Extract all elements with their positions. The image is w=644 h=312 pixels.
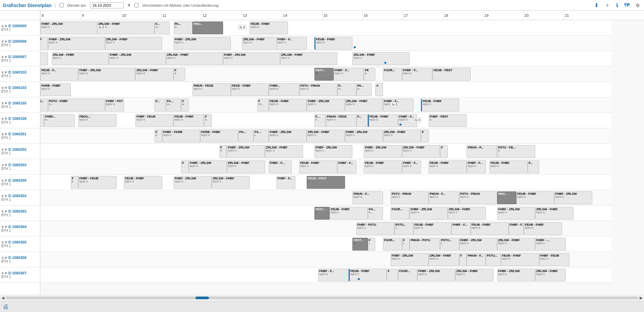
svc-block-r7-b3[interactable]: FH... — [238, 130, 253, 142]
svc-block-r6-b4[interactable]: FEUB - FHBFN|SV 0 — [174, 114, 204, 127]
svc-block-r9-b8[interactable]: FEUB - FHBFN|SV 0 — [429, 161, 467, 173]
close-icon-9[interactable]: ✕ — [4, 163, 7, 167]
svc-block-r5-b11[interactable]: FEUB - FHBFN|SV 0 — [421, 99, 459, 112]
info-button[interactable]: ℹ — [615, 1, 619, 9]
expand-icon-5[interactable]: ∨ — [1, 101, 4, 105]
svc-block-r8-b1[interactable]: FHBF - ZRLSWN|SV 0 — [227, 145, 265, 158]
close-icon-2[interactable]: ✕ — [4, 55, 7, 59]
close-icon-1[interactable]: ✕ — [4, 40, 7, 43]
svc-block-r0-b2[interactable]: F...N... — [155, 21, 170, 34]
svc-block-r5-b4[interactable]: FA...In... — [166, 99, 181, 112]
svc-block-r11-b1[interactable]: PSTU - PMUNN|SV 0 — [391, 191, 429, 204]
close-icon-14[interactable]: ✕ — [4, 240, 7, 244]
svc-block-r6-b1[interactable]: FHBF...N... — [44, 114, 75, 127]
svc-block-r7-b8[interactable]: ZRLSW - FHBFN|SV 0 — [383, 130, 421, 142]
svc-block-r1-b2[interactable]: ZRLSW - FHBFN|SV 0 — [105, 37, 162, 50]
svc-block-r10-b6[interactable]: FEUB - FBSTA — [307, 176, 345, 189]
svc-block-r14-b5[interactable]: PSTU...L — [440, 238, 459, 251]
svc-block-r4-b6[interactable]: PA...N... — [356, 83, 372, 96]
svc-block-r9-b9[interactable]: FHBF - F...N|SV 0 — [467, 161, 486, 173]
svc-block-r15-b3[interactable]: PMUN - F... — [467, 253, 486, 266]
svc-block-r14-b1[interactable]: FL — [368, 238, 376, 251]
svc-block-r11-b3[interactable]: PSTU - PMUNN|SV 0 — [459, 191, 497, 204]
svc-block-r16-b5[interactable]: ZRLSW - FHBFN|SV 0 — [455, 269, 493, 281]
gantt-area[interactable]: FHBF - ZRLSWN|SV 0ZRLSW - FHBFN|SV 0F...… — [40, 20, 644, 295]
verschieben-checkbox[interactable] — [134, 3, 139, 7]
expand-icon-3[interactable]: ∨ — [1, 71, 4, 74]
svc-block-r9-b5[interactable]: FHBF - F... — [337, 161, 356, 173]
svc-block-r4-b2[interactable]: FEGE - FHBFN|SV 0 — [231, 83, 269, 96]
close-icon-12[interactable]: ✕ — [4, 210, 7, 213]
svc-block-r7-b1[interactable]: FHBF - FKRBN|SV 0 — [162, 130, 200, 142]
expand-icon-1[interactable]: ∨ — [1, 40, 4, 43]
svc-block-r7-b0[interactable]: FE — [155, 130, 162, 142]
download-button[interactable]: ⬇ — [593, 1, 600, 9]
svc-block-r12-b4[interactable]: FHBF - ZRLSWN|SV 0 — [410, 207, 447, 220]
svc-block-r7-b6[interactable]: ZRLSW - FHBFN|SV 0 — [307, 130, 345, 142]
svc-block-r5-b3[interactable]: F... — [155, 99, 166, 112]
date-dropdown-icon[interactable]: ▼ — [127, 3, 131, 8]
svc-block-r11-b0[interactable]: PMUN - F...N|SV 0 — [352, 191, 383, 204]
svc-block-r8-b7[interactable]: PMUN - P... — [467, 145, 497, 158]
svc-block-r1-b6[interactable]: FEUB - FHBFN|SV 0 — [314, 37, 352, 50]
expand-icon-7[interactable]: ∨ — [1, 132, 4, 136]
svc-block-r3-b5[interactable]: FHBF - F...N|SV 0 — [334, 68, 364, 81]
svc-block-r13-b1[interactable]: PSTU...C — [394, 222, 414, 235]
svc-block-r3-b2[interactable]: ZRLSW - FHBFN|SV 0 — [135, 68, 173, 81]
svc-block-r6-b3[interactable]: FHBF - FEUBN|SV 0 — [135, 114, 173, 127]
svc-block-r5-b8[interactable]: FHBF - ZRLSWN|SV 0 — [307, 99, 345, 112]
svc-block-r14-b6[interactable]: FHBF - ZRLSWN|SV 0 — [459, 238, 497, 251]
svc-block-r5-b9[interactable]: ZRLSW - FHBFN|SV 0 — [345, 99, 383, 112]
expand-icon-13[interactable]: ∨ — [1, 225, 4, 229]
close-icon-13[interactable]: ✕ — [4, 225, 7, 229]
svc-block-r11-b4[interactable]: PMU...L — [497, 191, 516, 204]
svc-block-r5-b7[interactable]: FEUB - FHBFN|SV 0 — [269, 99, 307, 112]
svc-block-r16-b1[interactable]: FEUB - FHBFN|SV 0 — [349, 269, 387, 281]
close-icon-4[interactable]: ✕ — [4, 86, 7, 90]
svc-block-r0-b1[interactable]: ZRLSW - FHBFN|SV 0 — [97, 21, 155, 34]
svc-block-r16-b3[interactable]: FSOR... — [398, 269, 417, 281]
svc-block-r15-b1[interactable]: ZRLSW - FHBFN|SV 0 — [429, 253, 459, 266]
expand-icon-14[interactable]: ∨ — [1, 240, 4, 244]
svc-block-r9-b7[interactable]: FHBF - F...N|SV 0 — [402, 161, 421, 173]
svc-block-r2-b1[interactable]: ZRLSW - FHBFN|SV 0 — [52, 52, 109, 65]
svc-block-r2-b0[interactable]: SW — [40, 52, 48, 65]
close-icon-16[interactable]: ✕ — [4, 271, 7, 275]
svc-block-r13-b2[interactable]: FEUB - FHBFN|SV 0 — [414, 222, 452, 235]
svc-block-r7-b5[interactable]: FHBF - ZRLSWN|SV 0 — [269, 130, 307, 142]
svc-block-r6-b11[interactable]: FHBF - FBSTA — [429, 114, 467, 127]
dienste-checkbox[interactable] — [59, 3, 64, 7]
svc-block-r8-b5[interactable]: ZRLSW - FHBFN|SV 0 — [402, 145, 440, 158]
expand-icon-2[interactable]: ∨ — [1, 55, 4, 59]
svc-block-r10-b5[interactable]: FHBF - F... — [276, 176, 296, 189]
svc-block-r1-b4[interactable]: ZRLSW - FHBFN|SV 0 — [242, 37, 280, 50]
svc-block-r10-b3[interactable]: FHBF - ZRLSWN|SV 0 — [174, 176, 212, 189]
svc-block-r16-b6[interactable]: FHBF - ZRLSWN|SV 0 — [497, 269, 535, 281]
svc-block-r6-b5[interactable]: FA — [204, 114, 212, 127]
svc-block-r7-b7[interactable]: FHBF - ZRLSWN|SV 0 — [345, 130, 383, 142]
svc-block-r11-b2[interactable]: PMUN - F...N|SV 0 — [429, 191, 459, 204]
svc-block-r13-b0[interactable]: FHBF - PSTUN|SV 0 — [356, 222, 394, 235]
svc-block-r9-b0[interactable]: F — [181, 161, 189, 173]
svc-block-r15-b2[interactable]: F — [459, 253, 467, 266]
svc-block-r16-b2[interactable]: F — [387, 269, 398, 281]
svc-block-r10-b2[interactable]: FEUB - FHBFN|SV 0 — [124, 176, 162, 189]
close-icon-10[interactable]: ✕ — [4, 179, 7, 182]
settings-button[interactable]: ⚙ — [634, 2, 641, 9]
close-icon-11[interactable]: ✕ — [4, 194, 7, 198]
svc-block-r1-b0[interactable]: FHBF — [40, 37, 48, 50]
svc-block-r12-b0[interactable]: FBST...E — [314, 207, 330, 220]
add-button[interactable]: ＋ — [603, 1, 611, 9]
expand-icon-16[interactable]: ∨ — [1, 271, 4, 275]
svc-block-r14-b3[interactable]: FL — [402, 238, 410, 251]
svc-block-r5-b6[interactable]: FFK... — [257, 99, 269, 112]
svc-block-r7-b4[interactable]: FS...L — [254, 130, 269, 142]
svc-block-r3-b4[interactable]: FBST...W — [314, 68, 334, 81]
expand-icon-10[interactable]: ∨ — [1, 179, 4, 182]
expand-icon-6[interactable]: ∨ — [1, 117, 4, 121]
svc-block-r10-b0[interactable]: FE — [71, 176, 79, 189]
svc-block-r8-b2[interactable]: ZRLSW - FHBFN|SV 0 — [265, 145, 303, 158]
svc-block-r8-b4[interactable]: FHBF - ZRLSWN|SV 0 — [364, 145, 402, 158]
svc-block-r9-b2[interactable]: ZRLSW - FHBFN|SV 0 — [227, 161, 265, 173]
svc-block-r9-b3[interactable]: FHBF - F... — [269, 161, 292, 173]
